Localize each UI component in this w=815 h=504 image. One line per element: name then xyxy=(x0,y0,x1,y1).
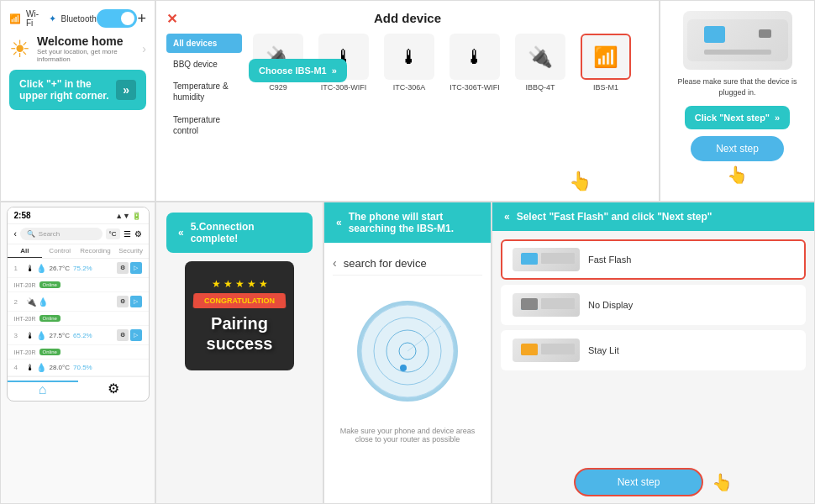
temp-icon-4: 🌡 xyxy=(26,363,34,372)
close-icon[interactable]: ✕ xyxy=(166,11,177,27)
next-step-button[interactable]: Next step xyxy=(691,136,784,161)
panel-flash-select: « Select "Fast Flash" and click "Next st… xyxy=(492,202,815,504)
add-device-layout: All devices BBQ device Temperature & hum… xyxy=(166,34,649,143)
cat-temp-humidity[interactable]: Temperature & humidity xyxy=(166,76,242,108)
sensor-id-1: IHT-20R xyxy=(14,282,36,288)
device-ibsm1[interactable]: 📶 IBS-M1 xyxy=(576,34,635,92)
thumb-lines-staylit xyxy=(541,344,575,347)
online-badge-1: Online xyxy=(39,281,60,288)
sensor-id-3: IHT-20R xyxy=(14,349,36,355)
flash-option-nodisplay[interactable]: No Display xyxy=(501,285,806,325)
wifi-icon: 📶 xyxy=(9,13,21,24)
chip-blue xyxy=(704,26,725,43)
status-bar: 📶 Wi-Fi ✦ Bluetooth + xyxy=(9,9,146,28)
back-chevron-icon[interactable]: ‹ xyxy=(333,256,337,270)
nav-home[interactable]: ⌂ xyxy=(8,381,78,397)
device-itc306t[interactable]: 🌡 ITC-306T-WIFI xyxy=(445,34,504,92)
plug-note: Please make sure that the device is plug… xyxy=(670,76,804,97)
choose-ibsm1-cta[interactable]: Choose IBS-M1 » xyxy=(249,59,347,82)
flash-option-staylit[interactable]: Stay Lit xyxy=(501,330,806,370)
icon-btn-d[interactable]: ▷ xyxy=(130,296,142,307)
flash-header: « Select "Fast Flash" and click "Next st… xyxy=(492,202,814,231)
humid-icon-4: 💧 xyxy=(36,363,46,372)
device-itc306a-icon: 🌡 xyxy=(384,34,434,80)
connection-arrows-left: « xyxy=(178,227,184,239)
sensor-num-3: 3 xyxy=(14,332,23,339)
phone-frame: 2:58 ▲▼ 🔋 ‹ 🔍 Search °C ☰ ⚙ All Control … xyxy=(7,207,150,402)
online-badge-2: Online xyxy=(39,315,60,322)
panel-phone-bottom: 2:58 ▲▼ 🔋 ‹ 🔍 Search °C ☰ ⚙ All Control … xyxy=(0,202,155,504)
bluetooth-icon: ✦ xyxy=(49,13,56,24)
search-device-content: ‹ search for device Make sure your phone… xyxy=(324,243,491,503)
list-icon[interactable]: ☰ xyxy=(124,229,131,239)
icon-btn-c[interactable]: ⚙ xyxy=(117,296,129,307)
tab-control[interactable]: Control xyxy=(42,244,77,258)
toggle-switch[interactable] xyxy=(97,9,138,28)
panel-phone-top: 📶 Wi-Fi ✦ Bluetooth + ☀ Welcome home Set… xyxy=(0,0,155,202)
tab-recording[interactable]: Recording xyxy=(77,244,113,258)
icon-btn-e[interactable]: ⚙ xyxy=(117,329,129,341)
back-arrow[interactable]: ‹ xyxy=(14,229,17,239)
device-thumb-nodisplay xyxy=(513,293,580,317)
sensor-vals-1: 26.7°C 75.2% xyxy=(50,265,113,272)
temp-unit[interactable]: °C xyxy=(106,228,120,239)
search-pill[interactable]: 🔍 Search xyxy=(20,228,103,240)
flash-footer: Next step 👆 xyxy=(492,461,814,503)
sensor-row-1: 1 🌡 💧 26.7°C 75.2% ⚙ ▷ xyxy=(8,259,149,278)
icon-btn-a[interactable]: ⚙ xyxy=(117,262,129,274)
chip-grey xyxy=(759,29,771,38)
icon-btn-b[interactable]: ▷ xyxy=(130,262,142,274)
search-icon: 🔍 xyxy=(27,230,35,238)
plug-icon: 🔌 xyxy=(26,297,36,307)
sensor-row-id-2: IHT-20R Online xyxy=(8,312,149,326)
thumb-detail-nodisplay xyxy=(521,298,538,310)
star-3: ★ xyxy=(235,278,244,290)
add-button[interactable]: + xyxy=(137,10,146,28)
svg-point-4 xyxy=(400,365,407,371)
thumb-lines-nodisplay xyxy=(541,298,575,302)
tab-security[interactable]: Security xyxy=(113,244,149,258)
sensor-icons-3: 🌡 💧 xyxy=(26,331,46,340)
cat-all-devices[interactable]: All devices xyxy=(166,34,242,53)
humid-icon-3: 💧 xyxy=(36,331,46,340)
device-grid: 🔌 C929 🌡 ITC-308-WIFI 🌡 ITC-306A 🌡 ITC-3… xyxy=(249,34,649,143)
cat-temp-control[interactable]: Temperature control xyxy=(166,109,242,141)
humid-val-3: 65.2% xyxy=(73,332,92,339)
modal-title: Add device xyxy=(374,11,441,25)
nav-settings[interactable]: ⚙ xyxy=(78,381,149,397)
flash-next-step-button[interactable]: Next step xyxy=(574,468,704,496)
flash-option-fast[interactable]: Fast Flash xyxy=(501,239,806,280)
sensor-num-2: 2 xyxy=(14,298,23,306)
star-2: ★ xyxy=(223,278,233,290)
next-step-cta-text: Click "Next step" xyxy=(695,113,770,123)
sun-icon: ☀ xyxy=(9,35,30,63)
cat-bbq[interactable]: BBQ device xyxy=(166,55,242,74)
search-placeholder: Search xyxy=(39,230,60,238)
phone-search-bar: ‹ 🔍 Search °C ☰ ⚙ xyxy=(8,224,149,244)
category-list: All devices BBQ device Temperature & hum… xyxy=(166,34,242,143)
connection-cta: « 5.Connection complete! xyxy=(166,213,313,253)
panel-search-device: « The phone will start searching the IBS… xyxy=(323,202,492,504)
sensor-icons-2: 🔌 💧 xyxy=(26,297,48,307)
panel-add-device: ✕ Add device All devices BBQ device Temp… xyxy=(155,0,660,202)
flash-cta-text: Select "Fast Flash" and click "Next step… xyxy=(517,211,712,223)
radar-svg xyxy=(357,301,458,402)
settings-icon[interactable]: ⚙ xyxy=(134,229,142,239)
icon-btn-f[interactable]: ▷ xyxy=(130,329,142,341)
connection-cta-text: 5.Connection complete! xyxy=(191,221,301,244)
sensor-row-id-1: IHT-20R Online xyxy=(8,278,149,292)
device-itc306a[interactable]: 🌡 ITC-306A xyxy=(380,34,439,92)
bluetooth-label: Bluetooth xyxy=(61,14,97,24)
tab-all[interactable]: All xyxy=(8,244,43,258)
phone-time: 2:58 xyxy=(14,211,31,220)
next-step-arrows: » xyxy=(775,113,780,123)
icon-btns-2: ⚙ ▷ xyxy=(117,296,142,307)
pairing-success-text: Pairingsuccess xyxy=(207,313,273,354)
chevron-right-icon[interactable]: › xyxy=(142,42,146,55)
search-cta-text: The phone will start searching the IBS-M… xyxy=(349,211,479,234)
welcome-title: Welcome home xyxy=(37,34,135,48)
cta-text: Click "+" in the upper right corner. xyxy=(19,78,116,102)
device-image xyxy=(683,11,792,70)
sensor-row-4: 4 🌡 💧 28.0°C 70.5% xyxy=(8,360,149,376)
device-ibbq4t[interactable]: 🔌 IBBQ-4T xyxy=(511,34,570,92)
